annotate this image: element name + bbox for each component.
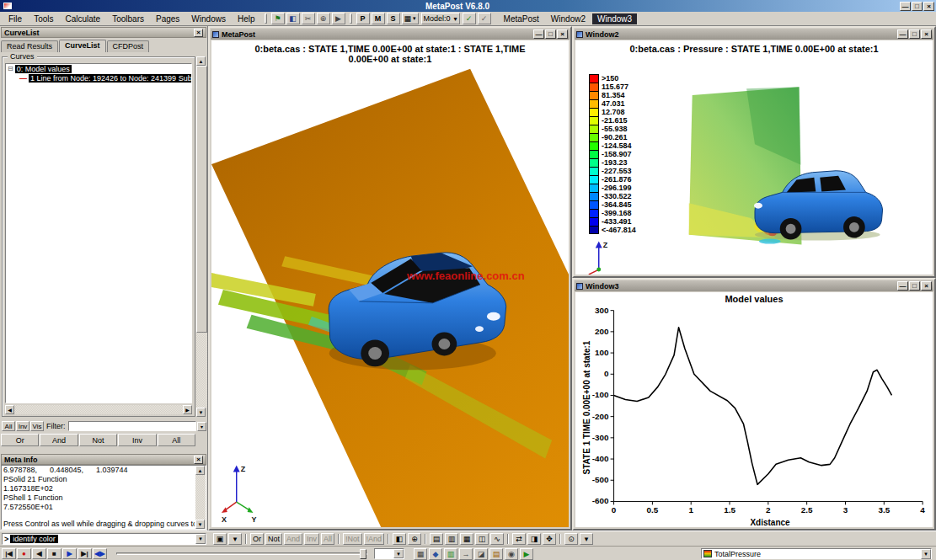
menu-toolbars[interactable]: Toolbars	[106, 13, 150, 24]
tab-curvelist[interactable]: CurveList	[59, 40, 106, 52]
logic-all-button[interactable]: All	[158, 434, 195, 446]
main-3d-scene[interactable]: Z X Y	[211, 40, 569, 527]
curvelist-titlebar[interactable]: CurveList ×	[1, 27, 206, 38]
curves-hscrollbar[interactable]: ◀ ▶	[5, 405, 192, 414]
logic-and-button[interactable]: And	[40, 434, 78, 446]
zoom-in-button[interactable]: ⊕	[408, 533, 421, 545]
tree-item[interactable]: ⊟0: Model values	[6, 64, 191, 73]
step-back-button[interactable]: ◀	[32, 548, 46, 559]
link-button[interactable]: ⇄	[512, 533, 526, 545]
scrollbar-thumb[interactable]	[196, 66, 207, 333]
fringe-button[interactable]: ▥	[444, 548, 457, 560]
options-dropdown-button[interactable]: ▾	[580, 533, 593, 545]
close-button[interactable]: ×	[923, 2, 934, 11]
logic-inv-button[interactable]: Inv	[118, 434, 156, 446]
menu-help[interactable]: Help	[232, 13, 261, 24]
maximize-button[interactable]: □	[909, 29, 920, 39]
metainfo-scrollbar[interactable]: ▲ ▼	[195, 466, 206, 529]
command-dropdown-icon[interactable]: ▾	[195, 534, 206, 544]
tree-expander-icon[interactable]: ⊟	[8, 65, 13, 72]
paint-button[interactable]: ◧	[393, 533, 406, 545]
green-check-button[interactable]: ✓	[463, 13, 476, 24]
move-button[interactable]: ✥	[543, 533, 556, 545]
window2-titlebar[interactable]: Window2 —□×	[575, 29, 933, 40]
minimize-button[interactable]: —	[533, 29, 544, 39]
tree-item[interactable]: —1 Line from Node: 192426 to Node: 24139…	[6, 73, 191, 83]
slider-handle[interactable]	[360, 549, 366, 559]
split-button[interactable]: ◨	[527, 533, 541, 545]
command-input[interactable]: > identify color ▾	[2, 533, 206, 545]
curves-list[interactable]: ⊟0: Model values—1 Line from Node: 19242…	[5, 63, 192, 403]
window3-canvas[interactable]: 3002001000-100-200-300-400-500-60000.511…	[575, 292, 933, 527]
vector-button[interactable]: →	[459, 548, 473, 560]
chevron-down-icon[interactable]: ▾	[921, 549, 931, 559]
window-tab-metapost[interactable]: MetaPost	[499, 13, 544, 24]
filter-inv-button[interactable]: Inv	[16, 421, 29, 431]
window2-canvas[interactable]: Z X 0:beta.cas : Pressure : STATE 1,TIME…	[575, 40, 933, 275]
close-icon[interactable]: ×	[194, 456, 203, 464]
minimize-button[interactable]: —	[897, 281, 908, 291]
trace-button[interactable]: ∿	[490, 533, 504, 545]
first-frame-button[interactable]: |◀	[2, 548, 16, 559]
minimize-button[interactable]: —	[897, 29, 908, 39]
chevron-down-icon[interactable]: ▾	[393, 549, 404, 558]
pages-button[interactable]: ⚑	[271, 13, 285, 24]
gray-check-button[interactable]: ✓	[478, 13, 491, 24]
video-button[interactable]: ▶	[520, 548, 533, 560]
app-titlebar[interactable]: MetaPost V6.8.0 —□×	[0, 0, 936, 12]
filter-all-button[interactable]: All	[2, 421, 15, 431]
close-button[interactable]: ×	[921, 29, 932, 39]
scroll-up-icon[interactable]: ▲	[195, 466, 205, 475]
filter-vis-button[interactable]: Vis	[30, 421, 44, 431]
tab-read-results[interactable]: Read Results	[1, 40, 58, 52]
tab-cfdpost[interactable]: CFDPost	[107, 40, 150, 52]
toolbar-button-m[interactable]: M	[372, 13, 385, 24]
shaded-button[interactable]: ▥	[445, 533, 458, 545]
stop-button[interactable]: ■	[47, 548, 62, 559]
scroll-up-icon[interactable]: ▲	[196, 56, 206, 66]
pick-button[interactable]: ▶	[332, 13, 345, 24]
cut-button[interactable]: ✂	[302, 13, 315, 24]
close-button[interactable]: ×	[557, 29, 568, 39]
lock-button[interactable]: ▣	[213, 533, 227, 545]
metainfo-titlebar[interactable]: Meta Info ×	[1, 454, 206, 465]
logic-not-button[interactable]: Not	[79, 434, 117, 446]
toolbar-button-s[interactable]: S	[387, 13, 400, 24]
menu-calculate[interactable]: Calculate	[59, 13, 106, 24]
animation-slider[interactable]	[116, 552, 367, 555]
loop-button[interactable]: ◀▶	[93, 548, 107, 559]
isofunction-button[interactable]: ◆	[429, 548, 442, 560]
window3-titlebar[interactable]: Window3 —□×	[575, 280, 933, 291]
menu-pages[interactable]: Pages	[150, 13, 185, 24]
viewport-titlebar[interactable]: MetaPost —□×	[211, 29, 570, 40]
window-tab-window2[interactable]: Window2	[546, 13, 591, 24]
filter-dropdown-icon[interactable]: ▾	[197, 422, 206, 431]
menu-tools[interactable]: Tools	[28, 13, 59, 24]
wireframe-button[interactable]: ▤	[430, 533, 443, 545]
scroll-down-icon[interactable]: ▼	[196, 408, 206, 417]
close-button[interactable]: ×	[921, 281, 932, 291]
maximize-button[interactable]: □	[545, 29, 556, 39]
report-button[interactable]: ▤	[489, 548, 503, 560]
scroll-right-icon[interactable]: ▶	[183, 405, 192, 414]
settings-dropdown-button[interactable]: ▾	[228, 533, 242, 545]
record-button[interactable]: ●	[17, 548, 31, 559]
close-icon[interactable]: ×	[194, 29, 203, 37]
not-button[interactable]: Not	[265, 533, 282, 545]
filter-input[interactable]	[68, 421, 197, 431]
result-combo[interactable]: TotalPressure ▾	[701, 548, 932, 559]
toolbar-button-p[interactable]: P	[356, 13, 370, 24]
last-frame-button[interactable]: ▶|	[78, 548, 92, 559]
maximize-button[interactable]: □	[912, 2, 923, 11]
logic-or-button[interactable]: Or	[1, 434, 39, 446]
scroll-down-icon[interactable]: ▼	[195, 520, 205, 529]
window-tab-window3[interactable]: Window3	[592, 13, 637, 24]
cut-plane-button[interactable]: ◪	[474, 548, 488, 560]
layout-button[interactable]: ◧	[286, 13, 300, 24]
menu-windows[interactable]: Windows	[185, 13, 232, 24]
play-button[interactable]: ▶	[62, 548, 77, 559]
or-button[interactable]: Or	[250, 533, 264, 545]
scroll-left-icon[interactable]: ◀	[5, 405, 14, 414]
magnify-button[interactable]: ⊙	[564, 533, 578, 545]
states-button[interactable]: ▦	[414, 548, 427, 560]
